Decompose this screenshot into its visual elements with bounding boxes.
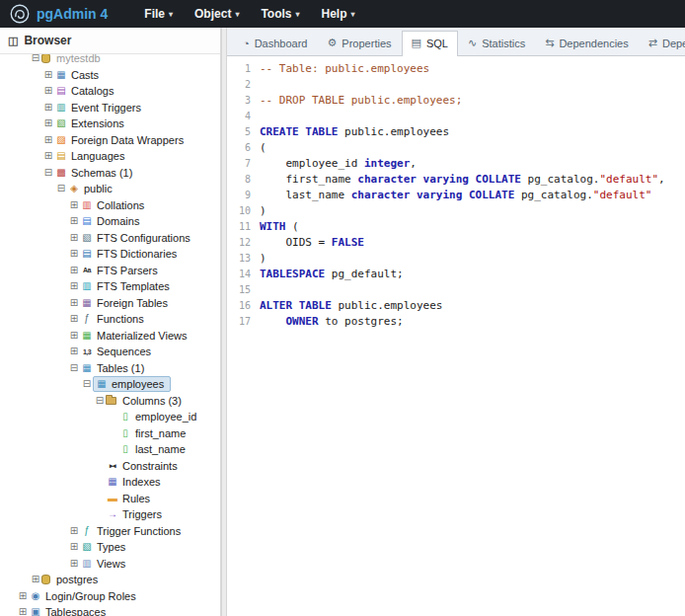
fts-configurations-icon: ▧ xyxy=(80,233,94,243)
expand-toggle-icon[interactable]: ⊞ xyxy=(42,135,54,145)
tree-item-casts[interactable]: ⊞▦Casts xyxy=(0,67,220,84)
expand-toggle-icon[interactable]: ⊞ xyxy=(42,118,54,128)
tree-item-employee-id[interactable]: ▯employee_id xyxy=(0,409,220,425)
menu-file[interactable]: File▾ xyxy=(133,3,184,25)
expand-toggle-icon[interactable]: ⊞ xyxy=(30,575,41,584)
expand-toggle-icon[interactable]: ⊞ xyxy=(68,200,80,210)
tree-item-columns-3[interactable]: ⊟Columns (3) xyxy=(0,393,220,410)
tree-item-foreign-data-wrappers[interactable]: ⊞▨Foreign Data Wrappers xyxy=(0,132,220,149)
expand-toggle-icon[interactable]: ⊟ xyxy=(81,379,93,389)
tree-item-tablespaces[interactable]: ⊞▣Tablespaces xyxy=(0,604,220,616)
menu-help[interactable]: Help▾ xyxy=(311,3,366,25)
foreign-tables-icon: ▦ xyxy=(80,298,94,308)
expand-toggle-icon[interactable]: ⊞ xyxy=(68,281,80,291)
tree-item-fts-dictionaries[interactable]: ⊞▤FTS Dictionaries xyxy=(0,246,220,263)
tree-item-functions[interactable]: ⊞ƒFunctions xyxy=(0,311,220,328)
main-area: ◫ Browser ⊟mytestdb⊞▦Casts⊞▤Catalogs⊞▥Ev… xyxy=(0,28,685,616)
expand-toggle-icon[interactable]: ⊞ xyxy=(42,151,54,161)
tree-item-materialized-views[interactable]: ⊞▦Materialized Views xyxy=(0,328,220,345)
expand-toggle-icon[interactable]: ⊞ xyxy=(68,331,80,341)
menu-object[interactable]: Object▾ xyxy=(184,3,250,25)
expand-toggle-icon[interactable]: ⊞ xyxy=(17,607,29,616)
tree-item-types[interactable]: ⊞▧Types xyxy=(0,539,220,556)
tree-item-label: employees xyxy=(109,378,167,390)
code-line: 8 first_name character varying COLLATE p… xyxy=(227,172,685,188)
event-triggers-icon: ▥ xyxy=(54,103,68,113)
expand-toggle-icon[interactable]: ⊞ xyxy=(68,266,80,275)
tree-item-constraints[interactable]: ▸◂Constraints xyxy=(0,458,220,475)
tree-item-mytestdb[interactable]: ⊟mytestdb xyxy=(0,54,220,67)
sql-editor[interactable]: 1-- Table: public.employees23-- DROP TAB… xyxy=(227,56,685,616)
tree-item-views[interactable]: ⊞▥Views xyxy=(0,556,220,573)
app-title: pgAdmin 4 xyxy=(37,6,108,22)
expand-toggle-icon[interactable]: ⊞ xyxy=(68,216,80,226)
tab-dependents[interactable]: ⇄Dependents xyxy=(639,31,685,55)
expand-toggle-icon[interactable]: ⊟ xyxy=(55,184,67,193)
tree-item-catalogs[interactable]: ⊞▤Catalogs xyxy=(0,83,220,100)
columns-folder-icon xyxy=(106,397,116,405)
tree-item-label: first_name xyxy=(132,427,189,439)
expand-toggle-icon[interactable]: ⊟ xyxy=(30,54,41,63)
tree-item-login-group-roles[interactable]: ⊞◉Login/Group Roles xyxy=(0,588,220,605)
tab-dependencies[interactable]: ⇆Dependencies xyxy=(535,31,639,55)
tree-item-label: Collations xyxy=(94,199,147,211)
tree-item-first-name[interactable]: ▯first_name xyxy=(0,425,220,442)
collations-icon: ▥ xyxy=(80,200,94,210)
expand-toggle-icon[interactable]: ⊞ xyxy=(68,526,80,536)
tree-item-domains[interactable]: ⊞▤Domains xyxy=(0,213,220,230)
tree-item-label: Columns (3) xyxy=(119,395,185,407)
expand-toggle-icon[interactable]: ⊟ xyxy=(42,168,54,178)
tree-item-fts-configurations[interactable]: ⊞▧FTS Configurations xyxy=(0,230,220,247)
code-text: -- DROP TABLE public.employees; xyxy=(260,93,462,109)
expand-toggle-icon[interactable]: ⊞ xyxy=(17,591,29,601)
tree-item-tables-1[interactable]: ⊟▦Tables (1) xyxy=(0,360,220,377)
column-icon: ▯ xyxy=(118,444,132,454)
tree-item-foreign-tables[interactable]: ⊞▦Foreign Tables xyxy=(0,295,220,312)
menu-tools[interactable]: Tools▾ xyxy=(250,3,310,25)
tree-item-label: Sequences xyxy=(94,346,154,357)
tree-item-triggers[interactable]: →Triggers xyxy=(0,506,220,523)
properties-icon: ⚙ xyxy=(327,37,337,49)
tree-item-fts-templates[interactable]: ⊞▥FTS Templates xyxy=(0,278,220,295)
expand-toggle-icon[interactable]: ⊟ xyxy=(94,396,106,406)
expand-toggle-icon[interactable]: ⊟ xyxy=(68,363,80,373)
tree-item-collations[interactable]: ⊞▥Collations xyxy=(0,197,220,214)
tab-properties[interactable]: ⚙Properties xyxy=(317,31,401,55)
expand-toggle-icon[interactable]: ⊞ xyxy=(68,559,80,569)
tree-item-label: FTS Templates xyxy=(94,280,173,292)
expand-toggle-icon[interactable]: ⊞ xyxy=(68,542,80,552)
expand-toggle-icon[interactable]: ⊞ xyxy=(68,346,80,356)
tab-dashboard[interactable]: ◔Dashboard xyxy=(233,32,317,55)
tree-item-public[interactable]: ⊟◈public xyxy=(0,181,220,197)
tree-item-extensions[interactable]: ⊞▧Extensions xyxy=(0,116,220,132)
tree-item-languages[interactable]: ⊞▤Languages xyxy=(0,148,220,165)
materialized-views-icon: ▦ xyxy=(80,331,94,341)
tab-sql[interactable]: ▤SQL xyxy=(402,31,458,56)
tree-item-last-name[interactable]: ▯last_name xyxy=(0,441,220,458)
tree-item-indexes[interactable]: ▦Indexes xyxy=(0,474,220,491)
tree-item-postgres[interactable]: ⊞postgres xyxy=(0,572,220,588)
tab-statistics[interactable]: ∿Statistics xyxy=(458,31,535,55)
expand-toggle-icon[interactable]: ⊞ xyxy=(68,298,80,308)
types-icon: ▧ xyxy=(80,542,94,552)
tree-item-schemas-1[interactable]: ⊟▩Schemas (1) xyxy=(0,165,220,182)
dashboard-icon: ◔ xyxy=(243,38,250,49)
expand-toggle-icon[interactable]: ⊞ xyxy=(42,86,54,96)
tree-item-event-triggers[interactable]: ⊞▥Event Triggers xyxy=(0,100,220,116)
tree-item-sequences[interactable]: ⊞1,3Sequences xyxy=(0,344,220,360)
tree-item-trigger-functions[interactable]: ⊞ƒTrigger Functions xyxy=(0,523,220,540)
tree-item-fts-parsers[interactable]: ⊞AaFTS Parsers xyxy=(0,263,220,279)
sql-icon: ▤ xyxy=(412,37,421,49)
expand-toggle-icon[interactable]: ⊞ xyxy=(68,314,80,324)
fts-dictionaries-icon: ▤ xyxy=(80,249,94,259)
expand-toggle-icon[interactable]: ⊞ xyxy=(68,249,80,259)
browser-panel-title: Browser xyxy=(24,34,71,47)
expand-toggle-icon[interactable]: ⊞ xyxy=(42,103,54,113)
tree-item-employees[interactable]: ⊟▦employees xyxy=(0,376,220,393)
tree-item-rules[interactable]: ▬Rules xyxy=(0,491,220,507)
expand-toggle-icon[interactable]: ⊞ xyxy=(42,70,54,80)
database-icon xyxy=(41,54,50,63)
expand-toggle-icon[interactable]: ⊞ xyxy=(68,233,80,243)
code-line: 9 last_name character varying COLLATE pg… xyxy=(227,188,685,203)
tree-item-label: Casts xyxy=(68,69,102,81)
